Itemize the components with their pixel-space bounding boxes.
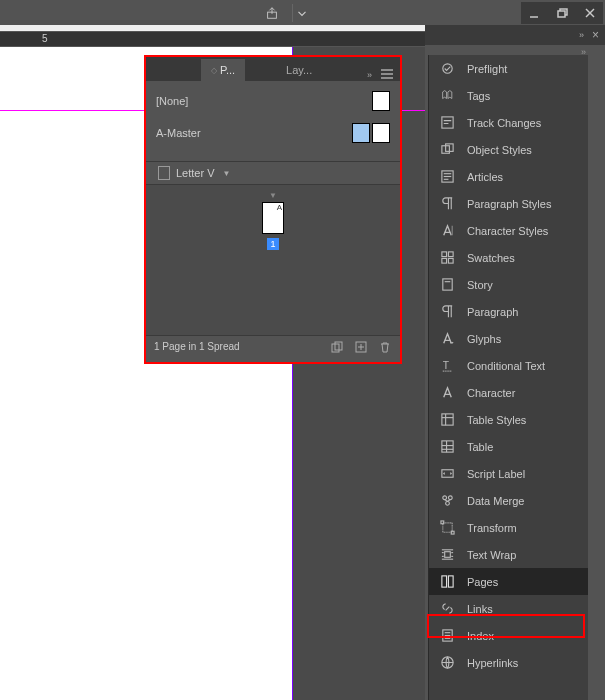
- dock-close-icon[interactable]: ×: [592, 28, 599, 42]
- tab-layers-label: Lay...: [286, 64, 312, 76]
- tool-item-track-changes[interactable]: Track Changes: [429, 109, 588, 136]
- svg-rect-18: [442, 279, 451, 290]
- tool-item-glyphs[interactable]: Glyphs: [429, 325, 588, 352]
- masters-section: [None] A-Master: [146, 81, 400, 161]
- master-none-row[interactable]: [None]: [156, 89, 390, 113]
- tool-label: Swatches: [467, 252, 515, 264]
- tool-label: Paragraph: [467, 306, 518, 318]
- svg-rect-17: [448, 258, 453, 263]
- script-label-icon: [439, 466, 455, 482]
- tool-label: Hyperlinks: [467, 657, 518, 669]
- share-button[interactable]: [260, 4, 284, 22]
- page-size-label: Letter V: [176, 167, 215, 179]
- tool-item-paragraph[interactable]: Paragraph: [429, 298, 588, 325]
- tool-item-table[interactable]: Table: [429, 433, 588, 460]
- tool-item-transform[interactable]: Transform: [429, 514, 588, 541]
- tool-label: Links: [467, 603, 493, 615]
- tool-item-story[interactable]: Story: [429, 271, 588, 298]
- svg-rect-6: [441, 117, 452, 128]
- tool-label: Text Wrap: [467, 549, 516, 561]
- dock-expand-icon[interactable]: »: [579, 30, 582, 40]
- pages-panel-tabs: ◇P... Lay... »: [146, 57, 400, 81]
- svg-rect-22: [441, 414, 452, 425]
- tool-item-character-styles[interactable]: Character Styles: [429, 217, 588, 244]
- page-size-dropdown-icon[interactable]: ▼: [223, 169, 231, 178]
- window-close-button[interactable]: [577, 2, 603, 24]
- tool-label: Paragraph Styles: [467, 198, 551, 210]
- share-dropdown[interactable]: [292, 4, 310, 22]
- transform-icon: [439, 520, 455, 536]
- swatches-icon: [439, 250, 455, 266]
- tool-item-swatches[interactable]: Swatches: [429, 244, 588, 271]
- tool-label: Transform: [467, 522, 517, 534]
- svg-rect-44: [448, 576, 453, 587]
- page-thumbnail[interactable]: A: [262, 202, 284, 234]
- tool-item-index[interactable]: Index: [429, 622, 588, 649]
- story-icon: [439, 277, 455, 293]
- tool-item-pages[interactable]: Pages: [429, 568, 588, 595]
- paragraph-styles-icon: [439, 196, 455, 212]
- tool-label: Pages: [467, 576, 498, 588]
- sort-updown-icon: ◇: [211, 66, 217, 75]
- pages-status-bar: 1 Page in 1 Spread: [146, 335, 400, 357]
- tool-item-table-styles[interactable]: Table Styles: [429, 406, 588, 433]
- svg-rect-16: [441, 258, 446, 263]
- tool-label: Index: [467, 630, 494, 642]
- character-styles-icon: [439, 223, 455, 239]
- links-icon: [439, 601, 455, 617]
- master-a-row[interactable]: A-Master: [156, 121, 390, 145]
- svg-rect-36: [444, 552, 450, 558]
- new-page-button[interactable]: [354, 340, 368, 354]
- tool-item-preflight[interactable]: Preflight: [429, 55, 588, 82]
- ruler-tick-label: 5: [42, 33, 48, 44]
- panel-expand-icon[interactable]: »: [367, 70, 370, 80]
- tab-pages[interactable]: ◇P...: [201, 59, 245, 81]
- pages-panel: ◇P... Lay... » [None] A-Master Letter V …: [146, 57, 400, 362]
- tool-item-script-label[interactable]: Script Label: [429, 460, 588, 487]
- tool-label: Preflight: [467, 63, 507, 75]
- svg-rect-43: [441, 576, 446, 587]
- table-styles-icon: [439, 412, 455, 428]
- page-master-letter: A: [277, 203, 282, 212]
- panel-menu-icon[interactable]: [380, 69, 394, 81]
- tool-item-text-wrap[interactable]: Text Wrap: [429, 541, 588, 568]
- tool-label: Character: [467, 387, 515, 399]
- tool-label: Script Label: [467, 468, 525, 480]
- text-wrap-icon: [439, 547, 455, 563]
- tool-label: Glyphs: [467, 333, 501, 345]
- svg-text:T: T: [442, 360, 449, 371]
- page-number-badge: 1: [267, 238, 279, 250]
- edit-page-size-button[interactable]: [330, 340, 344, 354]
- svg-rect-15: [448, 252, 453, 257]
- tool-item-data-merge[interactable]: Data Merge: [429, 487, 588, 514]
- tool-item-conditional-text[interactable]: TConditional Text: [429, 352, 588, 379]
- window-controls: [521, 2, 603, 24]
- articles-icon: [439, 169, 455, 185]
- svg-point-32: [445, 501, 449, 505]
- window-restore-button[interactable]: [549, 2, 575, 24]
- master-none-thumb[interactable]: [372, 91, 390, 111]
- panel-dock-header: » ×: [425, 25, 605, 45]
- svg-point-5: [442, 64, 451, 73]
- data-merge-icon: [439, 493, 455, 509]
- svg-rect-25: [441, 441, 452, 452]
- master-a-thumb-left[interactable]: [352, 123, 370, 143]
- svg-rect-14: [441, 252, 446, 257]
- index-icon: [439, 628, 455, 644]
- tool-item-object-styles[interactable]: Object Styles: [429, 136, 588, 163]
- tool-item-links[interactable]: Links: [429, 595, 588, 622]
- window-minimize-button[interactable]: [521, 2, 547, 24]
- page-thumb-wrap[interactable]: ▼ A 1: [262, 191, 284, 335]
- master-a-label: A-Master: [156, 127, 201, 139]
- tool-item-articles[interactable]: Articles: [429, 163, 588, 190]
- master-a-thumb-right[interactable]: [372, 123, 390, 143]
- character-icon: [439, 385, 455, 401]
- tool-item-tags[interactable]: Tags: [429, 82, 588, 109]
- tool-item-character[interactable]: Character: [429, 379, 588, 406]
- svg-rect-34: [440, 521, 443, 524]
- tab-layers[interactable]: Lay...: [246, 59, 322, 81]
- tool-item-paragraph-styles[interactable]: Paragraph Styles: [429, 190, 588, 217]
- tool-label: Character Styles: [467, 225, 548, 237]
- delete-page-button[interactable]: [378, 340, 392, 354]
- tool-item-hyperlinks[interactable]: Hyperlinks: [429, 649, 588, 676]
